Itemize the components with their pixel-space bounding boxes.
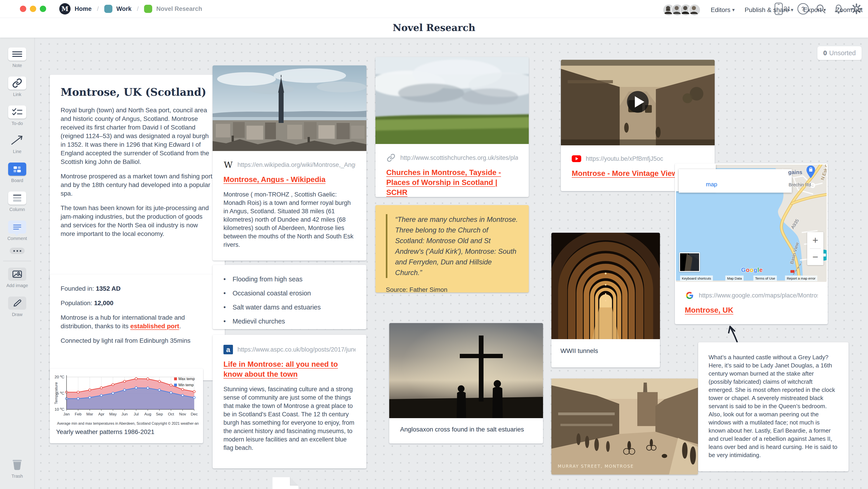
link-card-wikipedia[interactable]: W https://en.wikipedia.org/wiki/Montrose… (213, 65, 366, 261)
minimize-window-icon[interactable] (30, 6, 36, 12)
link-url-row[interactable]: W https://en.wikipedia.org/wiki/Montrose… (223, 160, 355, 170)
tool-draw[interactable]: Draw (0, 296, 34, 317)
tool-comment[interactable]: Comment (0, 221, 34, 241)
note-card-risks[interactable]: •Flooding from high seas •Occasional coa… (213, 265, 366, 329)
page-title: Novel Research (0, 18, 868, 37)
zoom-out-button[interactable]: Zoom out (836, 6, 863, 13)
google-map-embed[interactable]: map gains Brechin Rd N Esk Rd A935 Basin… (676, 165, 827, 282)
map-pin-icon[interactable] (806, 166, 815, 178)
google-logo: Google (741, 266, 763, 274)
image-card-weather-chart[interactable]: JanFebMarAprMayJunJulAugSepOctNovDec20 º… (50, 369, 203, 443)
link-url-row[interactable]: https://youtu.be/xPfBmfjJ5oc (572, 154, 704, 164)
unsorted-badge[interactable]: 0Unsorted (817, 46, 862, 60)
note-body: Founded in: 1352 AD Population: 12,000 M… (61, 284, 214, 345)
montrose-town-photo (213, 65, 366, 151)
satellite-toggle-thumbnail[interactable] (679, 252, 700, 272)
breadcrumb-home[interactable]: Home (74, 5, 92, 12)
breadcrumb-current[interactable]: Novel Research (156, 5, 202, 12)
svg-text:Min temp: Min temp (179, 383, 194, 387)
link-title[interactable]: Montrose, UK (685, 305, 818, 315)
note-card-facts[interactable]: Founded in: 1352 AD Population: 12,000 M… (50, 275, 225, 380)
trash-icon (8, 458, 26, 471)
list-item: •Medievil churches (223, 317, 355, 325)
partial-note-card[interactable] (273, 477, 299, 489)
quote-source: Source: Father Simon (386, 286, 518, 292)
link-card-churches[interactable]: http://www.scottishchurches.org.uk/sites… (375, 57, 529, 197)
play-button-icon[interactable] (625, 89, 650, 114)
image-caption: WWII tunnels (551, 339, 660, 354)
list-item: •Salt water dams and estuaries (223, 303, 355, 312)
zoom-out-button[interactable]: − (807, 249, 824, 265)
link-title[interactable]: Life in Montrose: all you need to know a… (223, 359, 355, 379)
view-larger-map-link[interactable]: map (706, 181, 717, 188)
export-menu[interactable]: Export▾ (803, 6, 826, 13)
link-url: https://www.aspc.co.uk/blog/posts/2017/j… (238, 346, 355, 353)
image-card-cross[interactable]: Anglosaxon cross found in the salt estua… (389, 323, 543, 443)
link-url: https://youtu.be/xPfBmfjJ5oc (586, 155, 704, 162)
note-card-montrose[interactable]: Montrose, UK (Scotland) Royal burgh (tow… (50, 75, 225, 280)
map-footer-item[interactable]: Report a map error (785, 276, 817, 281)
publish-share-menu[interactable]: Publish & share▾ (745, 6, 794, 13)
map-footer-item[interactable]: Terms of Use (753, 276, 777, 281)
generic-link-icon (386, 153, 396, 163)
maximize-window-icon[interactable] (40, 6, 46, 12)
video-thumbnail[interactable] (561, 60, 715, 145)
zoom-in-button[interactable]: + (807, 232, 824, 248)
breadcrumb-separator: / (136, 5, 140, 12)
traffic-lights (20, 6, 46, 12)
tool-board[interactable]: Board (0, 163, 34, 183)
image-card-tunnels[interactable]: WWII tunnels (551, 233, 660, 368)
link-description: Stunning views, fascinating culture and … (223, 385, 355, 452)
map-zoom-controls: + − (807, 232, 824, 265)
editor-avatars[interactable] (663, 4, 701, 16)
tool-column[interactable]: Column (0, 192, 34, 212)
tool-more[interactable] (0, 248, 34, 254)
novel-research-board-icon[interactable] (144, 5, 152, 13)
youtube-favicon (572, 154, 581, 164)
svg-text:Aug: Aug (144, 412, 151, 416)
board-canvas[interactable]: 0Unsorted Montrose, UK (Scotland) Royal … (34, 37, 868, 489)
chevron-down-icon: ▾ (824, 7, 826, 13)
map-footer-item[interactable]: Map Data (725, 276, 744, 281)
close-window-icon[interactable] (20, 6, 26, 12)
tool-add-image[interactable]: Add image (0, 267, 34, 288)
tool-note[interactable]: Note (0, 48, 34, 68)
link-title[interactable]: Montrose, Angus - Wikipedia (223, 175, 355, 184)
link-icon (8, 77, 26, 90)
map-footer: Keyboard shortcuts Map Data Terms of Use… (676, 276, 827, 282)
svg-text:Sep: Sep (156, 412, 163, 416)
svg-text:Apr: Apr (98, 412, 104, 416)
note-card-ghosts[interactable]: What’s a haunted castle without a Grey L… (698, 342, 848, 471)
editors-menu[interactable]: Editors▾ (711, 6, 735, 13)
tool-trash[interactable]: Trash (0, 458, 34, 479)
quote-card[interactable]: “There are many churches in Montrose. Th… (375, 205, 529, 292)
board-header: Novel Research (0, 18, 868, 38)
link-url: http://www.scottishchurches.org.uk/sites… (400, 154, 518, 162)
breadcrumb: M Home / Work / Novel Research (59, 3, 202, 15)
more-dots-icon (10, 248, 25, 254)
svg-text:Feb: Feb (74, 412, 82, 416)
link-url-row[interactable]: http://www.scottishchurches.org.uk/sites… (386, 153, 518, 163)
image-caption: Anglosaxon cross found in the salt estua… (389, 418, 543, 433)
breadcrumb-separator: / (96, 5, 100, 12)
link-card-map[interactable]: map gains Brechin Rd N Esk Rd A935 Basin… (675, 164, 828, 324)
weather-chart: JanFebMarAprMayJunJulAugSepOctNovDec20 º… (54, 372, 198, 426)
link-url-row[interactable]: https://www.google.com/maps/place/Montro… (685, 291, 818, 300)
tool-todo[interactable]: To-do (0, 106, 34, 126)
tool-line[interactable]: Line (0, 134, 34, 154)
work-board-icon[interactable] (104, 5, 113, 13)
breadcrumb-work[interactable]: Work (117, 5, 132, 12)
link-title[interactable]: Churches in Montrose, Tayside - Places o… (386, 168, 518, 197)
svg-text:20 ºC: 20 ºC (55, 375, 64, 379)
murray-street-photo: MURRAY STREET, MONTROSE (551, 378, 698, 474)
tool-link[interactable]: Link (0, 77, 34, 97)
image-caption: Yearly weather patterns 1986-2021 (50, 426, 203, 436)
established-port-link[interactable]: established port (130, 323, 179, 329)
link-card-aspc[interactable]: a https://www.aspc.co.uk/blog/posts/2017… (213, 335, 366, 468)
note-body: What’s a haunted castle without a Grey L… (709, 353, 838, 459)
map-footer-item[interactable]: Keyboard shortcuts (680, 276, 713, 281)
list-item: •Flooding from high seas (223, 275, 355, 283)
image-card-street[interactable]: MURRAY STREET, MONTROSE (551, 378, 698, 474)
link-url-row[interactable]: a https://www.aspc.co.uk/blog/posts/2017… (223, 345, 355, 354)
milanote-logo-icon[interactable]: M (59, 3, 70, 15)
